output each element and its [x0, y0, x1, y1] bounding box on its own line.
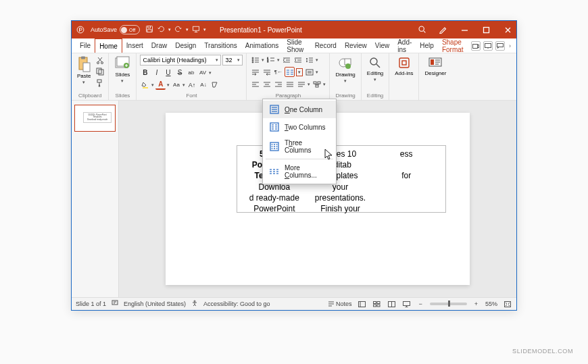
toggle-switch[interactable]: Off [120, 25, 140, 34]
align-center-button[interactable] [262, 79, 272, 89]
designer-button[interactable]: Designer [422, 55, 448, 78]
menu-one-column[interactable]: OOne Columnne Column [263, 101, 336, 118]
accessibility-status[interactable]: Accessibility: Good to go [203, 301, 270, 307]
tab-view[interactable]: View [371, 38, 394, 53]
redo-dropdown-icon[interactable]: ▾ [186, 27, 189, 32]
slides-button[interactable]: Slides ▾ [112, 55, 132, 85]
svg-rect-22 [143, 87, 148, 88]
tab-transitions[interactable]: Transitions [200, 38, 241, 53]
columns-button[interactable] [285, 67, 295, 77]
tab-review[interactable]: Review [341, 38, 371, 53]
justify-button[interactable] [285, 79, 295, 89]
svg-rect-97 [505, 301, 511, 307]
paste-button[interactable]: Paste ▾ [75, 55, 93, 86]
pen-icon[interactable] [439, 25, 447, 35]
increase-indent-button[interactable] [293, 55, 303, 65]
search-icon[interactable] [418, 25, 426, 35]
change-case-button[interactable]: Aa [171, 80, 181, 90]
group-slides: Slides ▾ Slides [109, 53, 137, 100]
slide-counter[interactable]: Slide 1 of 1 [76, 301, 106, 307]
zoom-slider[interactable] [430, 303, 467, 305]
svg-rect-3 [147, 30, 151, 32]
tab-insert[interactable]: Insert [122, 38, 147, 53]
svg-rect-78 [402, 61, 406, 65]
text-direction-button[interactable]: ¶← [273, 67, 283, 77]
clear-format-button[interactable] [210, 80, 220, 90]
spacing-button[interactable]: AV [197, 68, 207, 78]
sorter-view-icon[interactable] [372, 300, 381, 308]
font-size-combo[interactable]: 32▾ [222, 55, 243, 66]
highlight-button[interactable] [140, 80, 150, 90]
align-right-button[interactable] [273, 79, 283, 89]
svg-rect-94 [377, 305, 380, 307]
svg-rect-7 [483, 27, 489, 32]
distribute-button[interactable] [296, 79, 306, 89]
reading-view-icon[interactable] [387, 300, 396, 308]
maximize-button[interactable] [481, 25, 491, 34]
underline-button[interactable]: U [163, 68, 173, 78]
addins-button[interactable]: Add-ins [393, 55, 415, 78]
save-icon[interactable] [145, 25, 153, 34]
bullets-button[interactable] [250, 55, 260, 65]
cut-icon[interactable] [95, 55, 105, 65]
zoom-in-icon[interactable]: + [472, 301, 480, 307]
fit-window-icon[interactable] [503, 300, 512, 308]
minimize-button[interactable] [460, 25, 469, 34]
strike-button[interactable]: S [174, 68, 185, 78]
svg-rect-8 [473, 44, 478, 48]
font-color-button[interactable]: A [155, 80, 166, 90]
tab-file[interactable]: File [76, 38, 95, 53]
numbering-button[interactable]: 12 [266, 55, 276, 65]
drawing-button[interactable]: Drawing▾ [333, 55, 357, 85]
line-spacing-button[interactable] [304, 55, 314, 65]
qat-customize-icon[interactable]: ▾ [203, 27, 206, 32]
bold-button[interactable]: B [140, 68, 150, 78]
tab-addins[interactable]: Add-ins [393, 38, 416, 53]
close-button[interactable] [503, 25, 512, 34]
tab-slideshow[interactable]: Slide Show [283, 38, 310, 53]
align-left-button[interactable] [250, 79, 260, 89]
smartart-button[interactable] [312, 79, 322, 89]
notes-button[interactable]: Notes [328, 301, 352, 307]
collapse-ribbon-icon[interactable]: › [508, 43, 512, 49]
align-text-button[interactable] [304, 67, 314, 77]
tab-draw[interactable]: Draw [147, 38, 171, 53]
undo-dropdown-icon[interactable]: ▾ [168, 27, 171, 32]
grow-font-button[interactable]: A↑ [187, 80, 197, 90]
normal-view-icon[interactable] [357, 300, 366, 308]
present-icon[interactable] [483, 41, 493, 51]
svg-rect-80 [431, 59, 434, 65]
rtl-button[interactable] [262, 67, 272, 77]
comments-icon[interactable] [495, 41, 505, 51]
redo-icon[interactable] [174, 25, 182, 34]
svg-point-14 [97, 61, 99, 63]
tab-help[interactable]: Help [416, 38, 438, 53]
italic-button[interactable]: I [151, 68, 162, 78]
shrink-font-button[interactable]: A↓ [198, 80, 208, 90]
tab-design[interactable]: Design [171, 38, 200, 53]
undo-icon[interactable] [157, 25, 165, 34]
ltr-button[interactable] [250, 67, 260, 77]
shadow-button[interactable]: ab [186, 68, 196, 78]
menu-two-columns[interactable]: Two Columns [263, 118, 336, 136]
font-family-combo[interactable]: Calibri Light (Headings)▾ [140, 55, 221, 66]
language-status[interactable]: English (United States) [124, 301, 186, 307]
brand-watermark: SLIDEMODEL.COM [512, 348, 573, 355]
format-painter-icon[interactable] [95, 78, 105, 88]
tab-record[interactable]: Record [311, 38, 341, 53]
autosave-toggle[interactable]: AutoSave Off [91, 25, 140, 34]
editing-button[interactable]: Editing▾ [365, 55, 385, 84]
camera-icon[interactable] [471, 41, 481, 51]
copy-icon[interactable] [95, 66, 105, 76]
svg-rect-89 [358, 301, 365, 307]
slideshow-view-icon[interactable] [401, 300, 411, 308]
decrease-indent-button[interactable] [281, 55, 291, 65]
tab-shape-format[interactable]: Shape Format [438, 38, 471, 53]
slide-thumbnail[interactable]: 50,000+ PowerPoint TemplatesDownload rea… [74, 105, 116, 132]
zoom-out-icon[interactable]: − [416, 301, 424, 307]
slideshow-icon[interactable] [192, 25, 200, 34]
menu-more-columns[interactable]: More Columns... [263, 161, 336, 182]
tab-home[interactable]: Home [95, 38, 122, 53]
zoom-level[interactable]: 55% [485, 301, 497, 307]
tab-animations[interactable]: Animations [241, 38, 283, 53]
